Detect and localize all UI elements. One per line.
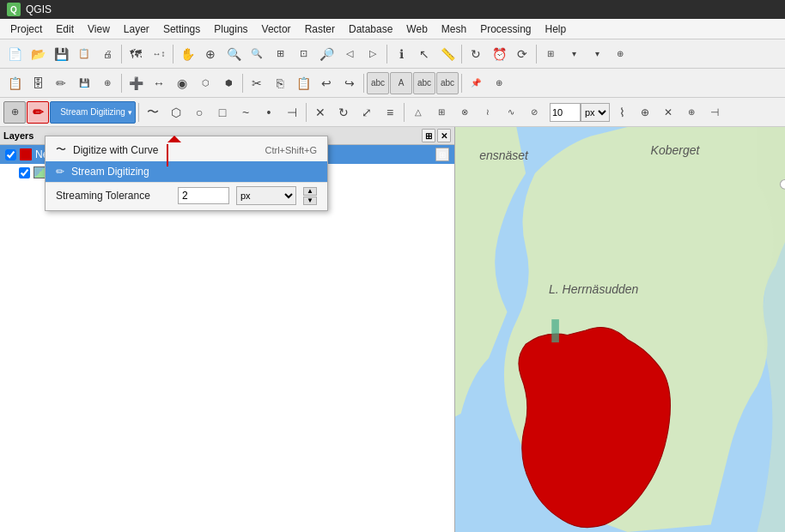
extra1[interactable]: ⊞	[539, 43, 562, 65]
snap-btn[interactable]: ⊕	[3, 101, 26, 124]
freehand-btn[interactable]: ~	[234, 101, 257, 124]
add-vertex-btn[interactable]: ⊕	[680, 101, 703, 124]
extra3[interactable]: ▾	[586, 43, 608, 65]
menu-plugins[interactable]: Plugins	[207, 19, 254, 39]
zoom-layer-button[interactable]: ⊡	[292, 43, 314, 65]
tolerance-unit-select[interactable]: px mm map units	[236, 186, 296, 205]
rect-btn[interactable]: □	[211, 101, 234, 124]
measure-button[interactable]: 📏	[436, 43, 459, 65]
panel-close-btn[interactable]: ✕	[437, 129, 451, 142]
move-label-btn[interactable]: ⊕	[488, 72, 510, 94]
zoom-in-button[interactable]: 🔍	[222, 43, 245, 65]
select-button[interactable]: ↖	[413, 43, 435, 65]
menu-web[interactable]: Web	[399, 19, 434, 39]
panel-buttons: ⊞ ✕	[422, 129, 451, 142]
geom-btn1[interactable]: △	[407, 101, 429, 124]
menu-view[interactable]: View	[81, 19, 117, 39]
geom-btn4[interactable]: ≀	[477, 101, 499, 124]
layer-new-button[interactable]: 📋	[3, 72, 26, 94]
delete-btn[interactable]: ✕	[309, 101, 332, 124]
label-btn4[interactable]: abc	[436, 72, 459, 94]
add-feature-button[interactable]: ➕	[125, 72, 147, 94]
digitize-btn2[interactable]: ⊕	[96, 72, 119, 94]
geom-btn3[interactable]: ⊗	[453, 101, 476, 124]
layer-scratch-checkbox[interactable]	[5, 149, 16, 160]
menu-raster[interactable]: Raster	[298, 19, 342, 39]
red-pencil-btn[interactable]: ✏	[27, 101, 49, 124]
time-button[interactable]: ⏰	[488, 43, 510, 65]
nav1[interactable]: 🗺	[125, 43, 147, 65]
move-feature-button[interactable]: ↔	[148, 72, 170, 94]
new-button[interactable]: 📄	[3, 43, 26, 65]
menu-vector[interactable]: Vector	[255, 19, 298, 39]
label-btn2[interactable]: A	[390, 72, 412, 94]
rotate2-btn[interactable]: ↻	[332, 101, 355, 124]
geom-btn6[interactable]: ⊘	[523, 101, 545, 124]
menu-project[interactable]: Project	[3, 19, 49, 39]
draw-poly-btn[interactable]: ⬡	[165, 101, 187, 124]
save-button[interactable]: 💾	[50, 43, 72, 65]
pin-btn[interactable]: 📌	[465, 72, 487, 94]
stream-digitizing-item[interactable]: ✏ Stream Digitizing	[46, 161, 327, 182]
stream-digitizing-btn[interactable]: Stream Digitizing ▾	[50, 101, 136, 124]
copy-feature-button[interactable]: ⎘	[269, 72, 291, 94]
snap-unit-select[interactable]: px	[581, 103, 610, 122]
extra2[interactable]: ▾	[563, 43, 585, 65]
toggle-edit-button[interactable]: ✏	[50, 72, 72, 94]
ellipse-btn[interactable]: ○	[188, 101, 210, 124]
zoom-next-button[interactable]: ▷	[362, 43, 384, 65]
map-area[interactable]: ensnäset Koberget L. Herrnäsudden	[455, 127, 785, 532]
identify-button[interactable]: ℹ	[390, 43, 412, 65]
extra4[interactable]: ⊕	[609, 43, 631, 65]
label-btn1[interactable]: abc	[367, 72, 389, 94]
undo-edit-button[interactable]: ↩	[315, 72, 338, 94]
menu-processing[interactable]: Processing	[473, 19, 538, 39]
refresh-button[interactable]: ⟳	[511, 43, 533, 65]
tolerance-up-btn[interactable]: ▲	[303, 187, 317, 196]
paste-feature-button[interactable]: 📋	[292, 72, 314, 94]
geom-btn5[interactable]: ∿	[500, 101, 522, 124]
menu-edit[interactable]: Edit	[49, 19, 81, 39]
vertex-button[interactable]: ⬡	[194, 72, 216, 94]
menu-help[interactable]: Help	[539, 19, 574, 39]
save-edits-button[interactable]: 💾	[73, 72, 95, 94]
layer-topo-checkbox[interactable]	[19, 167, 30, 178]
tolerance-down-btn[interactable]: ▼	[303, 196, 317, 205]
point-btn[interactable]: •	[258, 101, 280, 124]
pan-button[interactable]: ✋	[176, 43, 198, 65]
print-button[interactable]: 🖨	[96, 43, 119, 65]
node-tool-button[interactable]: ◉	[171, 72, 193, 94]
trace-btn[interactable]: ⌇	[611, 101, 633, 124]
extend-btn[interactable]: ⊣	[703, 101, 726, 124]
zoom-out-button[interactable]: 🔍	[246, 43, 268, 65]
menu-mesh[interactable]: Mesh	[435, 19, 473, 39]
fill-button[interactable]: ⬢	[217, 72, 240, 94]
scale-btn[interactable]: ⤢	[356, 101, 378, 124]
split-btn[interactable]: ⊣	[281, 101, 303, 124]
pan2-button[interactable]: ⊕	[199, 43, 222, 65]
offset-btn[interactable]: ≡	[379, 101, 401, 124]
zoom-sel-button[interactable]: 🔎	[315, 43, 338, 65]
tolerance-input[interactable]	[178, 187, 229, 204]
del-vertex-btn[interactable]: ✕	[657, 101, 679, 124]
geom-btn2[interactable]: ⊞	[430, 101, 453, 124]
digitize-curve-item[interactable]: 〜 Digitize with Curve Ctrl+Shift+G	[46, 138, 327, 161]
redo-edit-button[interactable]: ↪	[338, 72, 361, 94]
panel-collapse-btn[interactable]: ⊞	[422, 129, 435, 142]
draw-line-btn[interactable]: 〜	[142, 101, 164, 124]
rotate-button[interactable]: ↻	[465, 43, 487, 65]
menu-database[interactable]: Database	[342, 19, 399, 39]
nav2[interactable]: ↔↕	[148, 43, 170, 65]
cut-feature-button[interactable]: ✂	[246, 72, 268, 94]
snap2-btn[interactable]: ⊕	[634, 101, 656, 124]
menu-layer[interactable]: Layer	[117, 19, 156, 39]
layer-scratch-collapse-btn[interactable]: ⊞	[435, 148, 449, 161]
snap-radius-input[interactable]	[550, 103, 581, 122]
open-button[interactable]: 📂	[27, 43, 49, 65]
menu-settings[interactable]: Settings	[156, 19, 207, 39]
zoom-full-button[interactable]: ⊞	[269, 43, 291, 65]
save-as-button[interactable]: 📋	[73, 43, 95, 65]
zoom-prev-button[interactable]: ◁	[338, 43, 361, 65]
label-btn3[interactable]: abc	[413, 72, 435, 94]
attr-table-button[interactable]: 🗄	[27, 72, 49, 94]
